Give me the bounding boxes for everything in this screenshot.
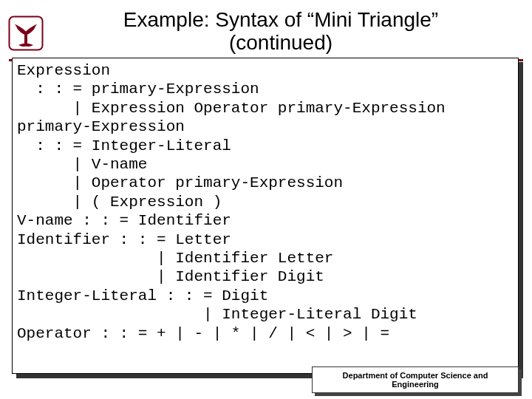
slide-title: Example: Syntax of “Mini Triangle” (cont… — [44, 9, 517, 55]
slide: Example: Syntax of “Mini Triangle” (cont… — [0, 0, 532, 399]
content-box: Expression : : = primary-Expression | Ex… — [12, 58, 519, 374]
footer-line1: Department of Computer Science and — [343, 371, 488, 380]
footer-line2: Engineering — [392, 380, 439, 389]
palmetto-logo-icon — [7, 15, 44, 52]
title-line1: Example: Syntax of “Mini Triangle” — [44, 9, 517, 32]
grammar-text: Expression : : = primary-Expression | Ex… — [17, 61, 514, 343]
title-line2: (continued) — [44, 32, 517, 55]
footer-box: Department of Computer Science and Engin… — [312, 366, 519, 393]
